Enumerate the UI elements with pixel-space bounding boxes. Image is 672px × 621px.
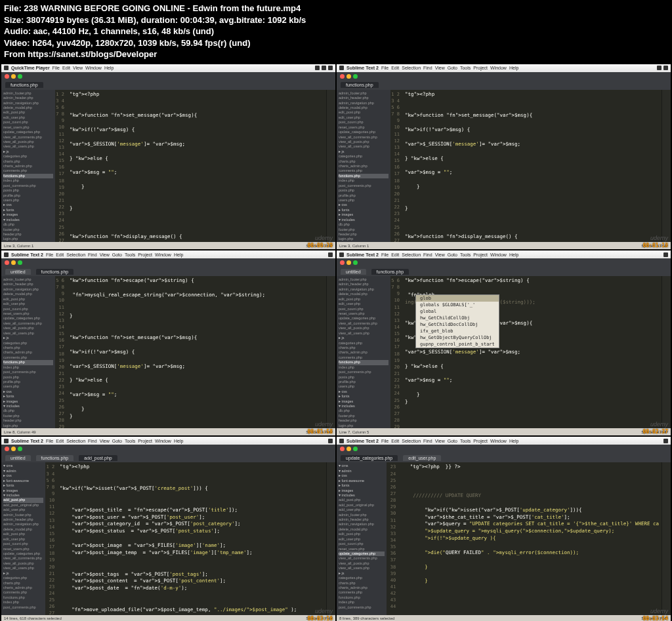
thumbnail-grid: QuickTime PlayerFileEditViewWindowHelp f… (0, 63, 672, 621)
autocomplete-popup[interactable]: globglobals $GLOBALS['_'globalhw_GetChil… (415, 294, 499, 348)
thumb-5: Sublime Text 2FileEditSelectionFindViewG… (1, 437, 335, 621)
watermark: udemy (315, 235, 333, 241)
video-label: Video: (4, 38, 30, 48)
audio-label: Audio: (4, 26, 31, 36)
tab-functions[interactable]: functions.php (5, 82, 43, 88)
thumb-2: Sublime Text 2FileEditSelectionFindViewG… (337, 64, 671, 249)
thumb-3: Sublime Text 2FileEditSelectionFindViewG… (1, 250, 335, 435)
thumb-6: Sublime Text 2FileEditSelectionFindViewG… (337, 437, 671, 621)
size-label: Size: (4, 15, 24, 25)
file-label: File: (4, 3, 22, 13)
status-left: Line 3, Column 1 (4, 244, 33, 248)
mac-menubar: QuickTime PlayerFileEditViewWindowHelp (1, 64, 335, 72)
thumb-1: QuickTime PlayerFileEditViewWindowHelp f… (1, 64, 335, 249)
file-name: 238 WARNING BEFORE GOING ONLINE - Edwin … (24, 3, 301, 13)
from-label: From (4, 49, 26, 59)
media-info-block: File: 238 WARNING BEFORE GOING ONLINE - … (0, 0, 672, 63)
thumb-4: Sublime Text 2FileEditSelectionFindViewG… (337, 250, 671, 435)
size-value: 38074919 bytes (36.31 MiB), duration: 00… (26, 15, 306, 25)
apple-icon (4, 66, 9, 70)
close-icon[interactable] (5, 74, 9, 79)
menu-file: File (52, 66, 60, 70)
timestamp: 00:00:39 (307, 243, 333, 249)
editor-area[interactable]: "tg"><?php "kw">function "fn">set_messag… (67, 90, 326, 242)
folder-sidebar[interactable]: admin_footer.phpadmin_header.phpadmin_na… (1, 90, 55, 242)
audio-value: aac, 44100 Hz, 1 channels, s16, 48 kb/s … (33, 26, 214, 36)
minimap[interactable] (326, 90, 335, 242)
zoom-icon[interactable] (18, 74, 22, 79)
minimize-icon[interactable] (11, 74, 16, 79)
from-url: https://sanet.st/blogs/Developer (28, 49, 157, 59)
video-value: h264, yuv420p, 1280x720, 1039 kb/s, 59.9… (32, 38, 250, 48)
